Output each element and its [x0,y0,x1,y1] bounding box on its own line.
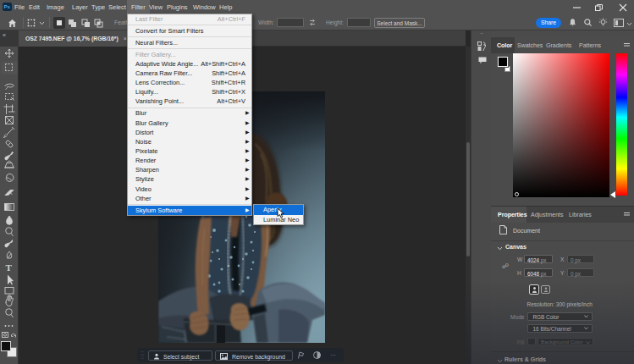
svg-text:T: T [6,262,13,273]
